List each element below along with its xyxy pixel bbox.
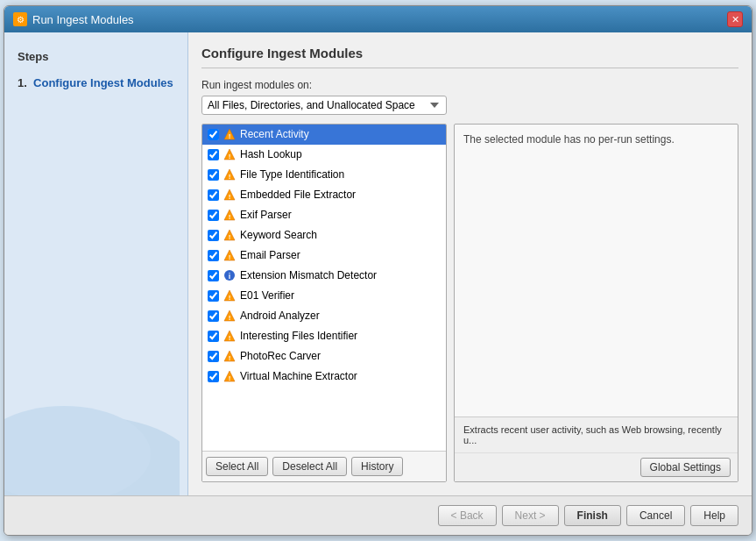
module-name-e01-verifier: E01 Verifier xyxy=(240,289,441,302)
module-checkbox-android-analyzer[interactable] xyxy=(208,310,219,322)
warn-icon: ! xyxy=(223,309,237,323)
select-all-button[interactable]: Select All xyxy=(206,457,268,476)
module-name-recent-activity: Recent Activity xyxy=(240,128,441,140)
svg-text:!: ! xyxy=(229,173,231,181)
module-checkbox-embedded-file[interactable] xyxy=(208,189,219,201)
info-content: The selected module has no per-run setti… xyxy=(455,125,738,416)
module-checkbox-photorec-carver[interactable] xyxy=(208,351,219,362)
module-name-photorec-carver: PhotoRec Carver xyxy=(240,350,441,362)
title-bar: ⚙ Run Ingest Modules ✕ xyxy=(4,6,752,32)
step-number: 1. xyxy=(18,76,30,89)
run-on-dropdown[interactable]: All Files, Directories, and Unallocated … xyxy=(201,96,447,115)
module-name-vm-extractor: Virtual Machine Extractor xyxy=(240,370,441,382)
module-name-file-type-id: File Type Identification xyxy=(240,168,441,181)
svg-text:!: ! xyxy=(229,213,231,221)
module-list-panel: !Recent Activity!Hash Lookup!File Type I… xyxy=(201,124,447,482)
next-button[interactable]: Next > xyxy=(502,505,559,526)
module-item-interesting-files[interactable]: !Interesting Files Identifier xyxy=(202,326,446,346)
module-item-exif-parser[interactable]: !Exif Parser xyxy=(202,205,446,225)
global-settings-button[interactable]: Global Settings xyxy=(640,458,731,477)
module-list: !Recent Activity!Hash Lookup!File Type I… xyxy=(202,125,446,451)
module-checkbox-keyword-search[interactable] xyxy=(208,230,219,241)
info-footer: Extracts recent user activity, such as W… xyxy=(455,416,738,452)
dropdown-row: All Files, Directories, and Unallocated … xyxy=(201,96,738,115)
svg-point-1 xyxy=(4,406,151,495)
warn-icon: ! xyxy=(223,147,237,161)
warn-icon: ! xyxy=(223,248,237,262)
window-title: Run Ingest Modules xyxy=(32,13,134,26)
module-item-vm-extractor[interactable]: !Virtual Machine Extractor xyxy=(202,367,446,387)
svg-text:!: ! xyxy=(229,253,231,261)
back-button[interactable]: < Back xyxy=(438,505,497,526)
module-checkbox-exif-parser[interactable] xyxy=(208,210,219,221)
svg-text:!: ! xyxy=(229,354,231,362)
svg-text:!: ! xyxy=(229,233,231,241)
warn-icon: ! xyxy=(223,228,237,242)
warn-icon: ! xyxy=(223,188,237,202)
module-name-keyword-search: Keyword Search xyxy=(240,229,441,241)
info-panel: The selected module has no per-run setti… xyxy=(454,124,738,482)
module-checkbox-hash-lookup[interactable] xyxy=(208,149,219,160)
close-button[interactable]: ✕ xyxy=(727,11,743,27)
panels: !Recent Activity!Hash Lookup!File Type I… xyxy=(201,124,738,482)
svg-text:!: ! xyxy=(229,132,231,140)
info-icon: i xyxy=(223,268,237,282)
module-item-file-type-id[interactable]: !File Type Identification xyxy=(202,165,446,185)
module-item-e01-verifier[interactable]: !E01 Verifier xyxy=(202,286,446,306)
main-window: ⚙ Run Ingest Modules ✕ Steps 1. Configur… xyxy=(4,5,752,536)
no-settings-text: The selected module has no per-run setti… xyxy=(463,133,675,146)
module-item-hash-lookup[interactable]: !Hash Lookup xyxy=(202,145,446,165)
module-item-keyword-search[interactable]: !Keyword Search xyxy=(202,225,446,246)
module-name-embedded-file: Embedded File Extractor xyxy=(240,189,441,201)
history-button[interactable]: History xyxy=(351,457,403,476)
content-area: Steps 1. Configure Ingest Modules Config… xyxy=(4,32,752,495)
module-name-exif-parser: Exif Parser xyxy=(240,209,441,221)
description-text: Extracts recent user activity, such as W… xyxy=(463,424,722,445)
module-checkbox-extension-mismatch[interactable] xyxy=(208,270,219,281)
warn-icon: ! xyxy=(223,329,237,343)
sidebar-step-1: 1. Configure Ingest Modules xyxy=(18,76,174,89)
cancel-button[interactable]: Cancel xyxy=(626,505,685,526)
warn-icon: ! xyxy=(223,127,237,141)
run-on-label: Run ingest modules on: xyxy=(201,79,738,91)
main-title: Configure Ingest Modules xyxy=(201,46,738,68)
module-checkbox-file-type-id[interactable] xyxy=(208,169,219,181)
warn-icon: ! xyxy=(223,208,237,222)
list-buttons: Select All Deselect All History xyxy=(202,451,446,481)
svg-text:!: ! xyxy=(229,314,231,322)
svg-text:!: ! xyxy=(229,153,231,160)
module-item-email-parser[interactable]: !Email Parser xyxy=(202,246,446,266)
module-item-extension-mismatch[interactable]: iExtension Mismatch Detector xyxy=(202,266,446,286)
warn-icon: ! xyxy=(223,349,237,363)
module-checkbox-vm-extractor[interactable] xyxy=(208,371,219,382)
module-checkbox-interesting-files[interactable] xyxy=(208,331,219,342)
app-icon: ⚙ xyxy=(13,12,27,26)
module-name-hash-lookup: Hash Lookup xyxy=(240,148,441,160)
warn-icon: ! xyxy=(223,167,237,182)
sidebar-heading: Steps xyxy=(18,50,174,63)
module-item-photorec-carver[interactable]: !PhotoRec Carver xyxy=(202,346,446,367)
module-item-embedded-file[interactable]: !Embedded File Extractor xyxy=(202,185,446,205)
warn-icon: ! xyxy=(223,369,237,383)
svg-text:!: ! xyxy=(229,193,231,201)
module-checkbox-recent-activity[interactable] xyxy=(208,129,219,140)
module-name-interesting-files: Interesting Files Identifier xyxy=(240,330,441,342)
finish-button[interactable]: Finish xyxy=(564,505,621,526)
module-name-extension-mismatch: Extension Mismatch Detector xyxy=(240,269,441,281)
title-bar-left: ⚙ Run Ingest Modules xyxy=(13,12,134,26)
module-checkbox-email-parser[interactable] xyxy=(208,250,219,261)
sidebar: Steps 1. Configure Ingest Modules xyxy=(4,32,188,495)
step-label: Configure Ingest Modules xyxy=(33,76,173,89)
module-checkbox-e01-verifier[interactable] xyxy=(208,290,219,302)
deselect-all-button[interactable]: Deselect All xyxy=(272,457,347,476)
svg-text:i: i xyxy=(229,272,231,281)
module-item-android-analyzer[interactable]: !Android Analyzer xyxy=(202,306,446,326)
module-name-email-parser: Email Parser xyxy=(240,249,441,261)
help-button[interactable]: Help xyxy=(690,505,738,526)
warn-icon: ! xyxy=(223,288,237,303)
info-actions: Global Settings xyxy=(455,452,738,481)
module-item-recent-activity[interactable]: !Recent Activity xyxy=(202,125,446,145)
main-panel: Configure Ingest Modules Run ingest modu… xyxy=(188,32,752,495)
svg-text:!: ! xyxy=(229,334,231,342)
module-name-android-analyzer: Android Analyzer xyxy=(240,310,441,322)
